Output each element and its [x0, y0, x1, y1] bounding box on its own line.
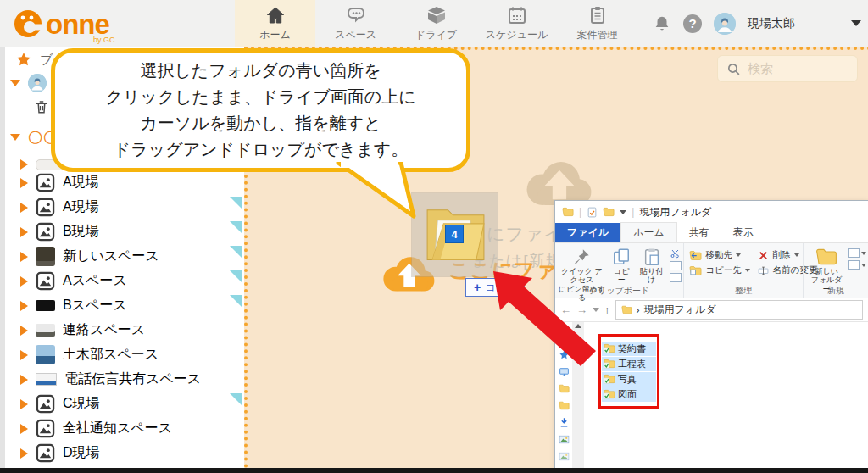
- blue-bar-thumb-icon: [36, 373, 57, 386]
- file-row-koteihyo[interactable]: 工程表: [602, 357, 656, 371]
- dropdown-caret: [794, 253, 799, 257]
- copy-to-button[interactable]: コピー先: [689, 264, 750, 276]
- nav-folder-icon[interactable]: [559, 400, 570, 411]
- downloads-icon[interactable]: [559, 417, 570, 428]
- nav-pane-scrollbar[interactable]: [572, 322, 584, 470]
- tab-projects-label: 案件管理: [577, 28, 618, 42]
- collapsed-caret-icon: [20, 203, 28, 213]
- new-folder-icon: [815, 248, 837, 266]
- image-thumb-icon: [36, 394, 55, 414]
- scroll-up-arrow[interactable]: [575, 324, 581, 328]
- space-row-zensha[interactable]: 全社通知スペース: [0, 416, 244, 441]
- explorer-titlebar[interactable]: | | 現場用フォルダ: [555, 201, 868, 223]
- space-label: A現場: [63, 174, 99, 192]
- space-row-c[interactable]: C現場: [0, 392, 244, 416]
- space-row-new[interactable]: 新しいスペース: [0, 244, 244, 269]
- dark-thumb-icon: [36, 300, 55, 311]
- chat-bubbles-icon: [346, 5, 366, 25]
- tab-home[interactable]: ホーム: [235, 0, 315, 47]
- pictures-icon[interactable]: [559, 434, 570, 445]
- trash-icon: [34, 99, 49, 114]
- org-expand-caret-icon[interactable]: [10, 134, 20, 141]
- user-avatar[interactable]: [714, 13, 736, 35]
- space-label: 全社通知スペース: [63, 420, 172, 437]
- clipboard-icon: [587, 5, 608, 25]
- copy-path-icon[interactable]: [670, 261, 682, 270]
- speech-bubble-tail: [333, 162, 426, 223]
- forward-arrow-icon[interactable]: →: [576, 303, 587, 316]
- new-item-button[interactable]: [848, 248, 866, 258]
- paste-button[interactable]: 貼り付け: [635, 246, 668, 287]
- space-row-as[interactable]: Aスペース: [0, 269, 244, 293]
- user-name[interactable]: 現場太郎: [748, 16, 795, 31]
- account-menu-caret[interactable]: [851, 20, 861, 26]
- notifications-bell-icon[interactable]: [653, 14, 671, 33]
- easy-access-button[interactable]: [848, 260, 866, 270]
- up-arrow-icon[interactable]: ↑: [604, 303, 610, 316]
- space-row-b[interactable]: B現場: [0, 220, 244, 244]
- search-input[interactable]: 検索: [717, 55, 858, 82]
- collapsed-caret-icon: [20, 448, 28, 459]
- group-label-clipboard: クリップボード: [555, 285, 683, 297]
- calendar-icon: [507, 5, 527, 25]
- qat-dropdown-caret[interactable]: [620, 210, 626, 214]
- copy-button[interactable]: コピー: [609, 246, 635, 287]
- menu-tab-view[interactable]: 表示: [721, 223, 765, 242]
- clipboard-mini-buttons: [668, 246, 683, 285]
- network-icon[interactable]: [559, 451, 570, 462]
- address-box[interactable]: › 現場用フォルダ: [615, 300, 864, 320]
- collapsed-caret-icon: [20, 399, 28, 409]
- move-to-button[interactable]: 移動先: [689, 249, 750, 261]
- sidebar-item-my-space[interactable]: [10, 70, 47, 96]
- file-list-area[interactable]: 契約書 工程表 写真 図面: [584, 322, 868, 470]
- copy-to-icon: [689, 265, 702, 276]
- paste-shortcut-icon[interactable]: [670, 273, 682, 282]
- explorer-nav-pane[interactable]: [555, 322, 572, 470]
- nav-folder-icon[interactable]: [559, 383, 570, 394]
- recent-locations-caret[interactable]: [593, 308, 599, 312]
- space-row-renraku[interactable]: 連絡スペース: [0, 318, 244, 342]
- conne-smiley-icon: [12, 8, 44, 40]
- tab-space[interactable]: スペース: [315, 0, 396, 47]
- space-row-d[interactable]: D現場: [0, 441, 244, 465]
- tab-schedule[interactable]: スケジュール: [476, 0, 557, 47]
- ribbon-group-organize: 移動先 コピー先 削除 名前の変更: [683, 243, 803, 298]
- file-row-zumen[interactable]: 図面: [602, 387, 656, 402]
- tab-projects[interactable]: 案件管理: [557, 0, 637, 47]
- folder-check-icon: [604, 389, 615, 399]
- dropdown-caret: [736, 253, 741, 257]
- menu-tab-share[interactable]: 共有: [677, 223, 721, 242]
- image-thumb-icon: [36, 198, 55, 217]
- space-row-bs[interactable]: Bスペース: [0, 293, 244, 318]
- tab-drive[interactable]: ドライブ: [396, 0, 476, 47]
- help-icon[interactable]: ?: [683, 14, 702, 33]
- file-row-keiyakusho[interactable]: 契約書: [602, 342, 656, 356]
- this-pc-icon[interactable]: [559, 366, 570, 377]
- back-arrow-icon[interactable]: ←: [560, 303, 571, 316]
- image-thumb-icon: [36, 173, 55, 192]
- app-logo[interactable]: onne by GC: [12, 3, 147, 44]
- space-label: 新しいスペース: [63, 248, 159, 265]
- menu-tab-home[interactable]: ホーム: [620, 222, 677, 242]
- explorer-menu-tabs: ファイル ホーム 共有 表示: [555, 223, 868, 243]
- copy-tooltip: + コピー: [465, 278, 525, 297]
- collapsed-caret-icon: [20, 227, 28, 237]
- collapsed-caret-icon: [20, 159, 28, 170]
- collapsed-caret-icon: [20, 178, 28, 188]
- space-row-doboku[interactable]: 土木部スペース: [0, 342, 244, 367]
- file-row-shashin[interactable]: 写真: [602, 372, 656, 387]
- cut-scissors-icon[interactable]: [670, 248, 681, 259]
- space-label: 土木部スペース: [63, 346, 159, 364]
- quick-access-star-icon[interactable]: [559, 349, 570, 360]
- tab-home-label: ホーム: [259, 28, 291, 42]
- quick-access-folder-icon[interactable]: [603, 207, 615, 217]
- menu-tab-file[interactable]: ファイル: [555, 223, 620, 242]
- ribbon-group-clipboard: クイック アクセスにピン留めする コピー 貼り付け クリップボード: [555, 243, 683, 298]
- expand-caret-icon[interactable]: [10, 80, 20, 86]
- space-row-a2[interactable]: A現場: [0, 195, 244, 220]
- quick-access-checkdoc-icon[interactable]: [587, 207, 598, 218]
- drag-count-badge: 4: [445, 225, 464, 243]
- folder-check-icon: [604, 359, 615, 369]
- space-row-denwa[interactable]: 電話伝言共有スペース: [0, 367, 244, 392]
- space-row-a1[interactable]: A現場: [0, 170, 244, 195]
